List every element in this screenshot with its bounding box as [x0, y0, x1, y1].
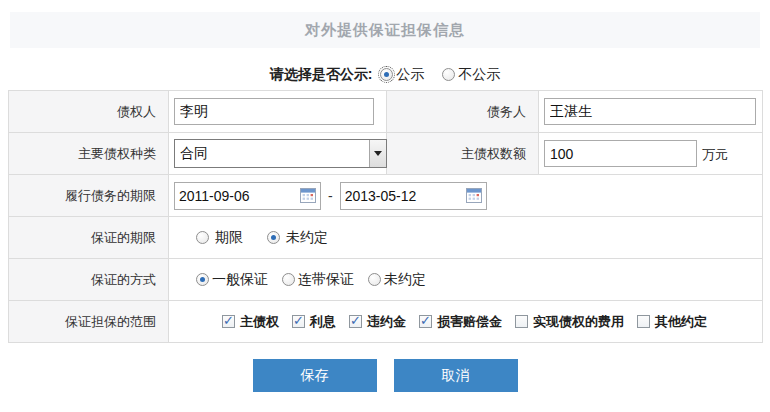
debt-type-label: 主要债权种类 — [9, 133, 169, 175]
debt-amount-input[interactable] — [544, 140, 697, 167]
publicity-label: 请选择是否公示: — [270, 66, 373, 84]
checkbox-principal-claim[interactable]: 主债权 — [222, 313, 279, 331]
radio-icon[interactable] — [442, 68, 455, 81]
creditor-label: 债权人 — [9, 91, 169, 133]
checkbox-icon[interactable] — [419, 315, 432, 328]
cancel-button[interactable]: 取消 — [394, 359, 518, 392]
radio-option-label: 公示 — [396, 66, 424, 84]
checkbox-interest[interactable]: 利息 — [292, 313, 336, 331]
calendar-icon[interactable] — [466, 188, 482, 203]
page-header: 对外提供保证担保信息 — [10, 12, 760, 48]
radio-option-joint-guarantee[interactable]: 连带保证 — [282, 271, 354, 289]
table-row: 债权人 债务人 — [9, 91, 763, 133]
debt-amount-unit: 万元 — [702, 147, 728, 162]
guarantee-scope-label: 保证担保的范围 — [9, 301, 169, 343]
radio-option-not-public[interactable]: 不公示 — [442, 66, 500, 84]
guarantee-form-table: 债权人 债务人 主要债权种类 合同 主债权数额 万元 — [8, 90, 763, 343]
debt-amount-label: 主债权数额 — [387, 133, 539, 175]
radio-option-unagreed-term[interactable]: 未约定 — [267, 229, 328, 247]
radio-icon[interactable] — [368, 273, 381, 286]
guarantee-form-page: 对外提供保证担保信息 请选择是否公示: 公示 不公示 债权人 债务人 主要债权种… — [0, 0, 770, 412]
form-actions: 保存 取消 — [0, 359, 770, 392]
checkbox-realization-costs[interactable]: 实现债权的费用 — [515, 313, 624, 331]
radio-icon[interactable] — [196, 231, 209, 244]
checkbox-other-agreed[interactable]: 其他约定 — [637, 313, 707, 331]
radio-option-label: 不公示 — [458, 66, 500, 84]
period-start-date-input[interactable]: 2011-09-06 — [174, 182, 321, 210]
performance-period-label: 履行债务的期限 — [9, 175, 169, 217]
debtor-label: 债务人 — [387, 91, 539, 133]
radio-option-fixed-term[interactable]: 期限 — [196, 229, 243, 247]
page-title: 对外提供保证担保信息 — [305, 21, 465, 40]
radio-icon[interactable] — [380, 68, 393, 81]
guarantee-method-label: 保证的方式 — [9, 259, 169, 301]
table-row: 保证的方式 一般保证 连带保证 未约定 — [9, 259, 763, 301]
checkbox-icon[interactable] — [349, 315, 362, 328]
table-row: 履行债务的期限 2011-09-06 - 2013-05-12 — [9, 175, 763, 217]
radio-option-unagreed-method[interactable]: 未约定 — [368, 271, 426, 289]
table-row: 主要债权种类 合同 主债权数额 万元 — [9, 133, 763, 175]
debtor-input[interactable] — [544, 98, 756, 125]
table-row: 保证担保的范围 主债权 利息 违约金 — [9, 301, 763, 343]
save-button[interactable]: 保存 — [253, 359, 377, 392]
period-end-date-input[interactable]: 2013-05-12 — [340, 182, 487, 210]
checkbox-icon[interactable] — [292, 315, 305, 328]
radio-option-public[interactable]: 公示 — [380, 66, 424, 84]
checkbox-damages[interactable]: 损害赔偿金 — [419, 313, 502, 331]
calendar-icon[interactable] — [300, 188, 316, 203]
publicity-selector: 请选择是否公示: 公示 不公示 — [0, 62, 770, 87]
debt-type-selected-value: 合同 — [175, 145, 369, 163]
creditor-input[interactable] — [174, 98, 374, 125]
guarantee-period-label: 保证的期限 — [9, 217, 169, 259]
radio-option-general-guarantee[interactable]: 一般保证 — [196, 271, 268, 289]
date-range-separator: - — [328, 188, 333, 204]
table-row: 保证的期限 期限 未约定 — [9, 217, 763, 259]
checkbox-icon[interactable] — [222, 315, 235, 328]
radio-icon[interactable] — [196, 273, 209, 286]
checkbox-icon[interactable] — [515, 315, 528, 328]
chevron-down-icon — [374, 151, 382, 156]
checkbox-icon[interactable] — [637, 315, 650, 328]
radio-icon[interactable] — [282, 273, 295, 286]
checkbox-penalty[interactable]: 违约金 — [349, 313, 406, 331]
radio-icon[interactable] — [267, 231, 280, 244]
debt-type-select[interactable]: 合同 — [174, 139, 387, 168]
dropdown-button[interactable] — [369, 140, 386, 167]
